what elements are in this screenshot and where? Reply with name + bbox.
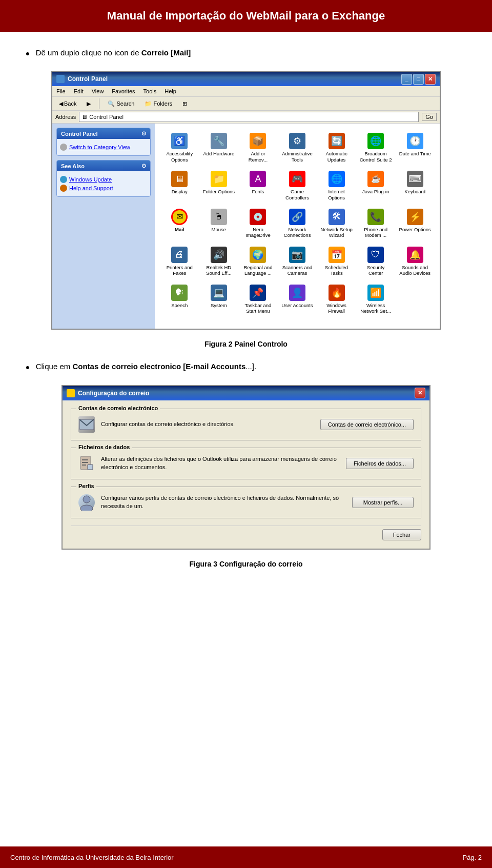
back-button[interactable]: ◀ Back	[55, 99, 80, 109]
dialog-section-data-title: Ficheiros de dados	[76, 444, 132, 450]
cp-item-security[interactable]: 🛡 Security Center	[357, 244, 395, 279]
cp-item-accessibility[interactable]: ♿ Accessibility Options	[161, 130, 198, 166]
cp-item-folder[interactable]: 📁 Folder Options	[200, 168, 238, 204]
cp-item-fonts[interactable]: A Fonts	[239, 168, 277, 204]
cp-label-internet: Internet Options	[320, 189, 353, 200]
cp-label-game: Game Controllers	[281, 189, 314, 200]
menu-help[interactable]: Help	[160, 87, 180, 95]
cp-item-speech[interactable]: 🗣 Speech	[161, 281, 198, 317]
bullet-item-2: • Clique em Contas de correio electronic…	[26, 361, 466, 374]
cp-label-netsetup: Network Setup Wizard	[320, 227, 353, 238]
search-button[interactable]: 🔍 Search	[104, 99, 138, 109]
cp-item-java[interactable]: ☕ Java Plug-in	[357, 168, 395, 204]
printers-icon: 🖨	[171, 247, 188, 263]
cp-item-power[interactable]: ⚡ Power Options	[396, 206, 434, 241]
back-icon: ◀	[59, 100, 63, 107]
cp-item-regional[interactable]: 🌍 Regional and Language ...	[239, 244, 277, 279]
cp-item-addremove[interactable]: 📦 Add or Remov...	[239, 130, 277, 166]
menu-view[interactable]: View	[88, 87, 108, 95]
dialog-close-button[interactable]: ✕	[415, 388, 425, 398]
maximize-button[interactable]: □	[413, 74, 424, 85]
help-support-link[interactable]: Help and Support	[60, 185, 147, 192]
cp-item-autoupdate[interactable]: 🔄 Automatic Updates	[318, 130, 355, 166]
cp-item-realtek[interactable]: 🔊 Realtek HD Sound Eff...	[200, 244, 238, 279]
control-panel-screenshot: Control Panel _ □ ✕ File Edit View Favor…	[51, 71, 441, 330]
view-button[interactable]: ⊞	[179, 99, 191, 109]
figure1-caption: Figura 2 Painel Controlo	[26, 340, 466, 348]
cp-label-addhardware: Add Hardware	[203, 151, 234, 156]
cp-item-sounds[interactable]: 🔔 Sounds and Audio Devices	[396, 244, 434, 279]
titlebar-icon	[56, 75, 65, 83]
address-icon: 🖥	[81, 114, 87, 120]
regional-icon: 🌍	[250, 247, 266, 263]
bullet-text-1: Dê um duplo clique no icon de Correio [M…	[36, 47, 191, 59]
switch-category-link[interactable]: Switch to Category View	[60, 144, 147, 151]
cp-item-keyboard[interactable]: ⌨ Keyboard	[396, 168, 434, 204]
dialog-section-data-content: Alterar as definições dos ficheiros que …	[78, 455, 414, 472]
menu-edit[interactable]: Edit	[70, 87, 88, 95]
help-support-icon	[60, 185, 67, 192]
cp-item-broadcom[interactable]: 🌐 Broadcom Control Suite 2	[357, 130, 395, 166]
cp-item-network[interactable]: 🔗 Network Connections	[279, 206, 316, 241]
admintools-icon: ⚙	[289, 133, 305, 149]
cp-item-printers[interactable]: 🖨 Printers and Faxes	[161, 244, 198, 279]
menu-favorites[interactable]: Favorites	[108, 87, 139, 95]
show-profiles-button[interactable]: Mostrar perfis...	[352, 497, 414, 508]
cp-item-datetime[interactable]: 🕐 Date and Time	[396, 130, 434, 166]
cp-label-admintools: Administrative Tools	[281, 151, 314, 163]
close-button[interactable]: ✕	[425, 74, 436, 85]
cp-label-fonts: Fonts	[252, 189, 264, 194]
cp-item-display[interactable]: 🖥 Display	[161, 168, 198, 204]
data-files-button[interactable]: Ficheiros de dados...	[346, 458, 414, 469]
cp-label-folder: Folder Options	[203, 189, 235, 194]
cp-item-game[interactable]: 🎮 Game Controllers	[279, 168, 316, 204]
cp-item-admintools[interactable]: ⚙ Administrative Tools	[279, 130, 316, 166]
cp-label-datetime: Date and Time	[399, 151, 431, 156]
cp-item-mail[interactable]: ✉ Mail	[161, 206, 198, 241]
cp-item-mouse[interactable]: 🖱 Mouse	[200, 206, 238, 241]
cp-item-internet[interactable]: 🌐 Internet Options	[318, 168, 355, 204]
cp-item-winfirewall[interactable]: 🔥 Windows Firewall	[318, 281, 355, 317]
dialog-titlebar-title: Configuração do correio	[78, 390, 415, 397]
dialog-data-icon	[78, 455, 95, 472]
cp-item-scheduled[interactable]: 📅 Scheduled Tasks	[318, 244, 355, 279]
address-go-button[interactable]: Go	[422, 113, 437, 121]
page-footer: Centro de Informática da Universidade da…	[0, 846, 492, 868]
menu-tools[interactable]: Tools	[139, 87, 161, 95]
page-header: Manual de Importação do WebMail para o E…	[0, 0, 492, 32]
cp-item-taskbar[interactable]: 📌 Taskbar and Start Menu	[239, 281, 277, 317]
bullet-text-2: Clique em Contas de correio electronico …	[36, 361, 256, 373]
folders-button[interactable]: 📁 Folders	[141, 99, 176, 109]
titlebar-buttons: _ □ ✕	[401, 74, 436, 85]
page-content: • Dê um duplo clique no icon de Correio …	[0, 32, 492, 622]
cp-label-speech: Speech	[171, 302, 188, 308]
cp-item-phone[interactable]: 📞 Phone and Modem ...	[357, 206, 395, 241]
sidebar-see-also-label: See Also	[61, 163, 85, 169]
cp-item-system[interactable]: 💻 System	[200, 281, 238, 317]
win-titlebar: Control Panel _ □ ✕	[52, 72, 440, 86]
address-bar: Address 🖥 Control Panel Go	[52, 111, 440, 124]
dialog-profiles-desc: Configurar vários perfis de contas de co…	[101, 494, 346, 510]
cp-label-phone: Phone and Modem ...	[359, 227, 393, 238]
menu-file[interactable]: File	[52, 87, 70, 95]
cp-item-addhardware[interactable]: 🔧 Add Hardware	[200, 130, 238, 166]
folder-icon: 📁	[211, 171, 227, 187]
svg-point-6	[83, 496, 90, 503]
cp-item-nero[interactable]: 💿 Nero ImageDrive	[239, 206, 277, 241]
phone-icon: 📞	[367, 209, 384, 225]
cp-item-useraccounts[interactable]: 👤 User Accounts	[279, 281, 316, 317]
cp-item-netsetup[interactable]: 🛠 Network Setup Wizard	[318, 206, 355, 241]
dialog-titlebar-buttons: ✕	[415, 388, 425, 398]
forward-button[interactable]: ▶	[83, 99, 94, 109]
windows-update-link[interactable]: Windows Update	[60, 176, 147, 183]
cp-item-wireless[interactable]: 📶 Wireless Network Set...	[357, 281, 395, 317]
minimize-button[interactable]: _	[401, 74, 412, 85]
address-input[interactable]: 🖥 Control Panel	[79, 112, 419, 122]
addhardware-icon: 🔧	[211, 133, 227, 149]
fechar-button[interactable]: Fechar	[382, 529, 421, 540]
cp-item-scanners[interactable]: 📷 Scanners and Cameras	[279, 244, 316, 279]
sidebar-control-panel-label: Control Panel	[61, 131, 98, 137]
email-accounts-button[interactable]: Contas de correio electrónico...	[320, 419, 414, 430]
dialog-data-desc: Alterar as definições dos ficheiros que …	[101, 455, 340, 471]
cp-label-broadcom: Broadcom Control Suite 2	[359, 151, 393, 163]
